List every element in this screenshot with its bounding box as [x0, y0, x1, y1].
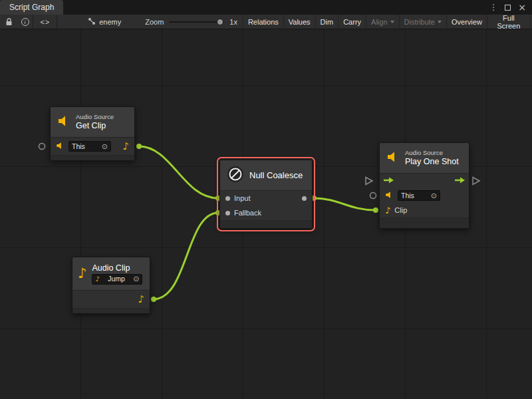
this-object-field[interactable]: This ⊙: [398, 190, 440, 201]
zoom-slider-track: [169, 21, 224, 23]
audio-clip-icon[interactable]: ♪: [385, 206, 390, 215]
node-footer: [380, 217, 469, 228]
input-port-row: Input: [220, 191, 312, 205]
tab-title: Script Graph: [9, 3, 54, 12]
audio-source-icon: [56, 140, 65, 152]
input-port[interactable]: [225, 196, 230, 201]
wire-result-to-clip: [314, 198, 376, 210]
wire-endpoint: [136, 144, 142, 149]
node-title: Audio Clip: [92, 263, 142, 273]
node-category: Audio Source: [405, 149, 459, 156]
close-icon[interactable]: ×: [518, 3, 526, 12]
tab-script-graph[interactable]: Script Graph: [0, 0, 63, 15]
control-output-arrow-icon[interactable]: [454, 175, 466, 187]
audio-clip-icon: ♪: [78, 267, 86, 281]
dim-button[interactable]: Dim: [315, 15, 338, 29]
node-footer: [220, 220, 312, 228]
node-header: Audio Source Get Clip: [51, 107, 134, 138]
control-input-arrow-icon[interactable]: [383, 175, 394, 187]
wire-endpoint: [151, 297, 156, 302]
unconnected-this-port: [39, 144, 45, 150]
node-title: Null Coalesce: [249, 170, 303, 180]
wire-getclip-to-input: [139, 146, 218, 198]
zoom-slider-handle[interactable]: [217, 19, 223, 25]
node-null-coalesce[interactable]: Null Coalesce Input Fallback: [219, 160, 313, 229]
node-category: Audio Source: [76, 113, 114, 120]
audio-clip-output-icon[interactable]: ♪: [138, 295, 144, 305]
menu-icon[interactable]: ⋮: [489, 3, 497, 11]
zoom-slider[interactable]: [168, 15, 225, 29]
node-header: Audio Source Play One Shot: [380, 143, 469, 174]
node-header: Null Coalesce: [220, 160, 312, 191]
control-input-triangle-port: [366, 178, 372, 185]
lock-icon[interactable]: [1, 15, 17, 29]
full-screen-button[interactable]: Full Screen: [487, 15, 531, 29]
audio-source-icon: [386, 151, 400, 166]
node-footer: [72, 308, 150, 313]
graph-owner-label: enemy: [99, 18, 121, 26]
values-button[interactable]: Values: [283, 15, 315, 29]
toolbar-buttons: Relations Values Dim Carry Align Distrib…: [243, 15, 531, 29]
null-coalesce-icon: [227, 166, 244, 186]
wire-audioclip-to-fallback: [154, 213, 218, 299]
this-port-row: This ⊙: [380, 188, 469, 203]
code-icon[interactable]: <>: [33, 18, 57, 26]
output-port-row: ♪: [72, 291, 150, 308]
carry-button[interactable]: Carry: [338, 15, 366, 29]
fallback-port-row: Fallback: [220, 205, 312, 220]
field-value: This: [401, 192, 414, 200]
zoom-label: Zoom: [145, 18, 164, 26]
result-port[interactable]: [302, 196, 307, 201]
clip-port-row: ♪ Clip: [380, 203, 469, 217]
node-audio-clip[interactable]: ♪ Audio Clip ♪ Jump ⊙ ♪: [72, 257, 150, 314]
node-play-one-shot[interactable]: Audio Source Play One Shot This ⊙: [379, 142, 469, 229]
zoom-value: 1x: [229, 18, 237, 26]
audio-clip-icon: ♪: [95, 276, 99, 283]
graph-owner[interactable]: enemy: [88, 17, 121, 27]
port-label: Input: [234, 194, 250, 202]
object-picker-icon[interactable]: ⊙: [102, 143, 108, 150]
node-title: Get Clip: [76, 121, 114, 131]
control-output-triangle-port: [473, 178, 479, 185]
audio-source-icon: [57, 115, 70, 130]
graph-icon: [88, 17, 96, 27]
wire-endpoint: [373, 207, 378, 213]
audio-clip-output-icon[interactable]: ♪: [122, 142, 129, 152]
distribute-button[interactable]: Distribute: [399, 15, 446, 29]
overview-button[interactable]: Overview: [446, 15, 487, 29]
align-button[interactable]: Align: [366, 15, 398, 29]
chevron-down-icon: [390, 21, 394, 23]
window-controls: ⋮ ×: [489, 0, 532, 15]
audio-clip-object-field[interactable]: ♪ Jump ⊙: [92, 274, 142, 285]
object-picker-icon[interactable]: ⊙: [431, 192, 437, 200]
node-get-clip[interactable]: Audio Source Get Clip This ⊙ ♪: [50, 106, 135, 161]
unconnected-this-port: [370, 193, 376, 199]
node-title: Play One Shot: [405, 157, 459, 167]
this-object-field[interactable]: This ⊙: [68, 141, 111, 152]
toolbar-separator: [57, 15, 57, 29]
control-flow-row: [380, 174, 469, 188]
script-graph-window: Script Graph ⋮ × i <> enemy Zoom 1x Rel: [0, 0, 532, 399]
fallback-port[interactable]: [225, 211, 230, 215]
field-value: Jump: [108, 275, 125, 283]
graph-toolbar: i <> enemy Zoom 1x Relations Values Dim …: [0, 15, 532, 29]
maximize-icon[interactable]: [505, 5, 511, 11]
port-label: Clip: [394, 206, 407, 214]
graph-canvas[interactable]: Audio Source Get Clip This ⊙ ♪: [0, 29, 532, 399]
audio-source-icon: [385, 190, 394, 201]
info-icon[interactable]: i: [17, 15, 33, 29]
relations-button[interactable]: Relations: [243, 15, 283, 29]
object-picker-icon[interactable]: ⊙: [133, 275, 139, 283]
this-port-row: This ⊙ ♪: [51, 138, 134, 155]
chevron-down-icon: [438, 21, 442, 23]
node-footer: [51, 155, 134, 160]
field-value: This: [72, 142, 85, 150]
tab-bar: Script Graph ⋮ ×: [0, 0, 532, 15]
port-label: Fallback: [234, 209, 261, 217]
node-header: ♪ Audio Clip ♪ Jump ⊙: [72, 257, 150, 291]
